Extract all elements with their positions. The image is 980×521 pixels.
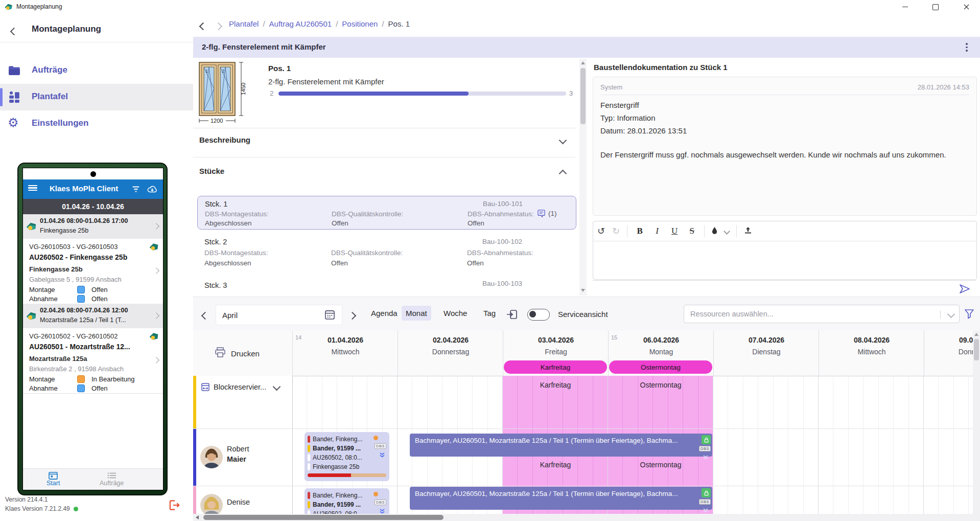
klaes-logo-icon — [149, 242, 159, 254]
back-icon[interactable] — [11, 27, 17, 36]
message-date: Datum: 28.01.2026 13:51 — [600, 124, 687, 137]
mini-line: Bander, 91599 ... — [313, 445, 361, 452]
chevron-down-icon[interactable] — [273, 383, 281, 391]
horizontal-scrollbar[interactable] — [193, 514, 980, 521]
chevron-down-icon[interactable] — [724, 228, 730, 235]
resource-blockreservierung[interactable]: Blockreservier... — [193, 376, 292, 428]
scrollbar-thumb[interactable] — [974, 339, 979, 360]
scroll-down-icon[interactable] — [581, 289, 585, 292]
status-square-orange — [77, 375, 85, 383]
bold-button[interactable]: B — [635, 226, 645, 236]
cloud-sync-icon[interactable] — [147, 184, 158, 196]
appointment-mini-card[interactable]: Bander, Finkeng... Bander, 91599 ... AU2… — [305, 488, 389, 514]
close-button[interactable] — [954, 0, 978, 14]
phone-appointment-row[interactable]: 01.04.26 08:00-01.04.26 17:00 Finkengass… — [23, 214, 163, 239]
stueck-card-2[interactable]: Stck. 2 Bau-100-102 DBS-Montagestatus: D… — [197, 236, 575, 268]
details-scrollbar[interactable] — [579, 59, 587, 296]
more-options-icon[interactable] — [964, 41, 970, 54]
print-button[interactable]: Drucken — [193, 331, 293, 376]
holiday-banner-karfreitag: Karfreitag — [504, 360, 607, 374]
underline-button[interactable]: U — [669, 226, 680, 236]
comment-editor[interactable]: B I U S — [593, 221, 977, 280]
maximize-button[interactable] — [924, 0, 947, 14]
strikethrough-button[interactable]: S — [687, 226, 697, 236]
toolbar-separator — [704, 225, 705, 237]
service-view-toggle[interactable] — [527, 309, 550, 321]
position-header-title: 2-flg. Fensterelement mit Kämpfer — [202, 42, 326, 51]
dbs-badge: DBS — [699, 499, 711, 505]
phone-order-card[interactable]: VG-26010502 - VG-26010502 AU260501 - Moz… — [23, 328, 163, 394]
tab-agenda[interactable]: Agenda — [367, 306, 402, 321]
phone-nav-auftraege[interactable]: Aufträge — [100, 471, 124, 487]
pos-progress-bar — [278, 92, 566, 96]
next-month-icon[interactable] — [349, 311, 355, 321]
sidebar-item-einstellungen[interactable]: ⚙ Einstellungen — [0, 110, 193, 137]
abnahme-label: Abnahme — [29, 384, 58, 392]
sidebar-item-plantafel[interactable]: Plantafel — [0, 84, 193, 110]
filter-funnel-icon[interactable] — [964, 308, 975, 322]
window-drawing: 1 2 1450 1200 — [198, 61, 251, 126]
breadcrumb-separator: / — [263, 19, 265, 28]
nav-forward-icon[interactable] — [216, 22, 221, 31]
nav-back-icon[interactable] — [200, 22, 206, 31]
stueck-card-3[interactable]: Stck. 3 Bau-100-103 — [197, 278, 575, 296]
calendar-icon[interactable] — [324, 309, 335, 322]
breadcrumb-plantafel[interactable]: Plantafel — [229, 19, 259, 28]
pos-subtitle: 2-flg. Fensterelement mit Kämpfer — [268, 77, 384, 86]
sidebar: Montageplanung Aufträge Plantafel ⚙ Eins… — [0, 14, 194, 521]
breadcrumb-current: Pos. 1 — [388, 19, 410, 28]
send-icon[interactable] — [959, 283, 971, 297]
phone-order-card[interactable]: VG-26010503 - VG-26010503 AU260502 - Fin… — [23, 239, 163, 304]
breadcrumb-auftrag[interactable]: Auftrag AU260501 — [269, 19, 332, 28]
goto-date-icon[interactable] — [506, 308, 518, 323]
scroll-up-icon[interactable] — [974, 333, 978, 336]
vertical-scrollbar[interactable] — [973, 331, 980, 514]
highlight-color-icon[interactable] — [712, 226, 717, 236]
hamburger-menu-icon[interactable] — [28, 184, 37, 192]
expand-beschreibung-icon[interactable] — [560, 136, 566, 145]
scroll-up-icon[interactable] — [581, 61, 585, 64]
appointment-time: 02.04.26 08:00-07.04.26 12:00 — [40, 307, 128, 314]
position-details-panel: 1 2 1450 1200 Pos. 1 2-flg. Fenstereleme… — [193, 58, 581, 296]
sidebar-item-label: Plantafel — [32, 92, 68, 102]
resource-robert-maier[interactable]: Robert Maier — [193, 428, 292, 486]
stueck-title: Stck. 3 — [204, 281, 227, 289]
status-square-blue — [77, 384, 85, 392]
event-bar-bachmayer[interactable]: Bachmayer, AU260501, Mozartstraße 125a /… — [410, 434, 712, 457]
collapse-stuecke-icon[interactable] — [560, 169, 566, 178]
editor-content-area[interactable] — [593, 241, 976, 279]
phone-nav-start[interactable]: Start — [46, 471, 60, 487]
scrollbar-thumb[interactable] — [580, 68, 586, 124]
logout-icon[interactable] — [168, 499, 181, 514]
phone-appointment-row[interactable]: 02.04.26 08:00-07.04.26 12:00 Mozartstra… — [23, 304, 163, 329]
sidebar-item-auftraege[interactable]: Aufträge — [0, 57, 193, 84]
note-icon[interactable] — [537, 209, 546, 220]
appointment-mini-card[interactable]: Bander, Finkeng... Bander, 91599 ... AU2… — [305, 432, 389, 481]
undo-icon[interactable] — [597, 225, 605, 237]
scrollbar-thumb[interactable] — [203, 515, 444, 520]
month-field[interactable]: April — [216, 305, 342, 325]
chevron-right-icon — [153, 267, 159, 274]
dbs-badge: DBS — [375, 500, 386, 505]
redo-icon — [612, 225, 620, 237]
double-chevron-down-icon — [379, 507, 385, 514]
mini-progress — [308, 473, 386, 477]
event-bar-bachmayer[interactable]: Bachmayer, AU260501, Mozartstraße 125a /… — [410, 487, 712, 510]
sidebar-item-label: Einstellungen — [32, 118, 88, 128]
reply-input[interactable] — [593, 280, 976, 298]
tab-monat[interactable]: Monat — [402, 306, 431, 321]
minimize-button[interactable] — [893, 0, 917, 14]
upload-icon[interactable] — [744, 226, 752, 236]
filter-lines-icon[interactable] — [131, 185, 141, 196]
schedule-grid[interactable]: Karfreitag Ostermontag Karfreitag Osterm… — [292, 376, 980, 514]
breadcrumb-positionen[interactable]: Positionen — [342, 19, 378, 28]
tab-tag[interactable]: Tag — [479, 306, 500, 321]
scroll-left-icon[interactable] — [196, 515, 199, 519]
prev-month-icon[interactable] — [202, 311, 208, 321]
resource-denise[interactable]: Denise — [193, 486, 292, 514]
tab-woche[interactable]: Woche — [439, 306, 471, 321]
stueck-card-1[interactable]: Stck. 1 Bau-100-101 DBS-Montagestatus: D… — [197, 196, 576, 230]
italic-button[interactable]: I — [652, 226, 662, 236]
resources-select-input[interactable] — [684, 305, 960, 323]
day-weekday: Dienstag — [714, 348, 819, 356]
